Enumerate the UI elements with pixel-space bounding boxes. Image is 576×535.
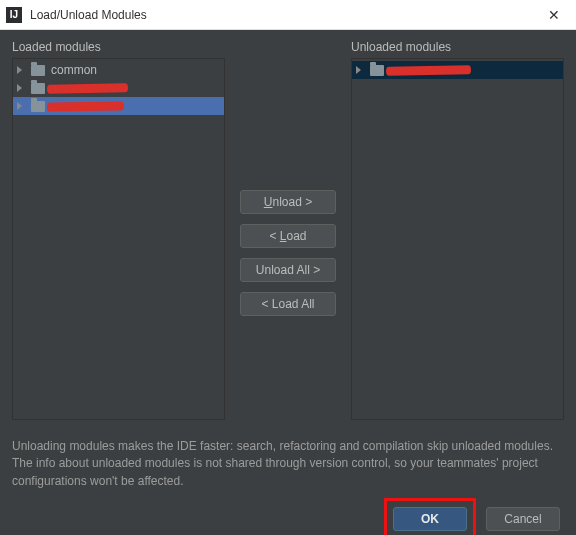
expand-icon [17, 84, 22, 92]
loaded-panel[interactable]: common common-wxx pacific-apple [12, 58, 225, 420]
loaded-panel-wrap: Loaded modules common common-wxx [12, 40, 225, 420]
tree-item[interactable]: pacific-apple [13, 97, 224, 115]
folder-icon [370, 65, 384, 76]
loaded-label: Loaded modules [12, 40, 225, 54]
ok-highlight-box: OK [384, 498, 476, 535]
window-title: Load/Unload Modules [30, 8, 147, 22]
folder-icon [31, 83, 45, 94]
module-name-redacted: singer-service [390, 64, 465, 76]
columns: Loaded modules common common-wxx [12, 40, 564, 420]
unloaded-tree: singer-service [352, 59, 563, 81]
cancel-button[interactable]: Cancel [486, 507, 560, 531]
load-button[interactable]: < Load [240, 224, 336, 248]
unload-all-button[interactable]: Unload All > [240, 258, 336, 282]
tree-item[interactable]: common [13, 61, 224, 79]
expand-icon [17, 102, 22, 110]
folder-icon [31, 65, 45, 76]
titlebar: IJ Load/Unload Modules ✕ [0, 0, 576, 30]
load-all-button[interactable]: < Load All [240, 292, 336, 316]
tree-item[interactable]: common-wxx [13, 79, 224, 97]
loaded-tree: common common-wxx pacific-apple [13, 59, 224, 117]
module-name: common [51, 63, 97, 77]
dialog-footer: OK Cancel [12, 490, 564, 535]
expand-icon [17, 66, 22, 74]
description-text: Unloading modules makes the IDE faster: … [12, 438, 564, 490]
unloaded-label: Unloaded modules [351, 40, 564, 54]
folder-icon [31, 101, 45, 112]
dialog-body: Loaded modules common common-wxx [0, 30, 576, 535]
unloaded-panel-wrap: Unloaded modules singer-service [351, 40, 564, 420]
tree-item[interactable]: singer-service [352, 61, 563, 79]
transfer-buttons: Unload > < Load Unload All > < Load All [233, 40, 343, 420]
expand-icon [356, 66, 361, 74]
module-name-redacted: pacific-apple [51, 100, 118, 112]
module-name-redacted: common-wxx [51, 82, 122, 94]
unload-button[interactable]: Unload > [240, 190, 336, 214]
app-icon: IJ [6, 7, 22, 23]
close-icon[interactable]: ✕ [531, 0, 576, 30]
unloaded-panel[interactable]: singer-service [351, 58, 564, 420]
ok-button[interactable]: OK [393, 507, 467, 531]
